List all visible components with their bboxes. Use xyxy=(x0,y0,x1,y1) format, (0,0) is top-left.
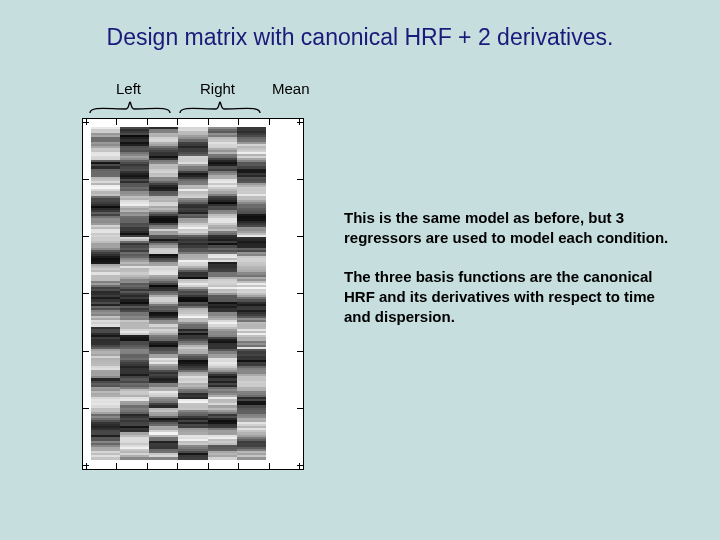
brace-right-icon xyxy=(178,100,262,114)
description: This is the same model as before, but 3 … xyxy=(344,208,674,345)
regressor-col-right-temporal xyxy=(208,127,237,461)
axis-ticks-left xyxy=(83,119,89,469)
label-mean: Mean xyxy=(272,80,310,97)
description-p2: The three basis functions are the canoni… xyxy=(344,267,674,328)
regressor-col-right-hrf xyxy=(178,127,207,461)
design-matrix xyxy=(82,118,304,470)
axis-ticks-bottom xyxy=(83,463,303,469)
design-matrix-columns xyxy=(91,127,295,461)
axis-ticks-right xyxy=(297,119,303,469)
regressor-col-right-dispersion xyxy=(237,127,266,461)
regressor-col-left-temporal xyxy=(120,127,149,461)
brace-left-icon xyxy=(88,100,172,114)
page-title: Design matrix with canonical HRF + 2 der… xyxy=(0,24,720,51)
label-right: Right xyxy=(200,80,235,97)
axis-ticks-top xyxy=(83,119,303,125)
regressor-col-left-hrf xyxy=(91,127,120,461)
description-p1: This is the same model as before, but 3 … xyxy=(344,208,674,249)
regressor-col-mean xyxy=(266,127,295,461)
regressor-col-left-dispersion xyxy=(149,127,178,461)
label-left: Left xyxy=(116,80,141,97)
